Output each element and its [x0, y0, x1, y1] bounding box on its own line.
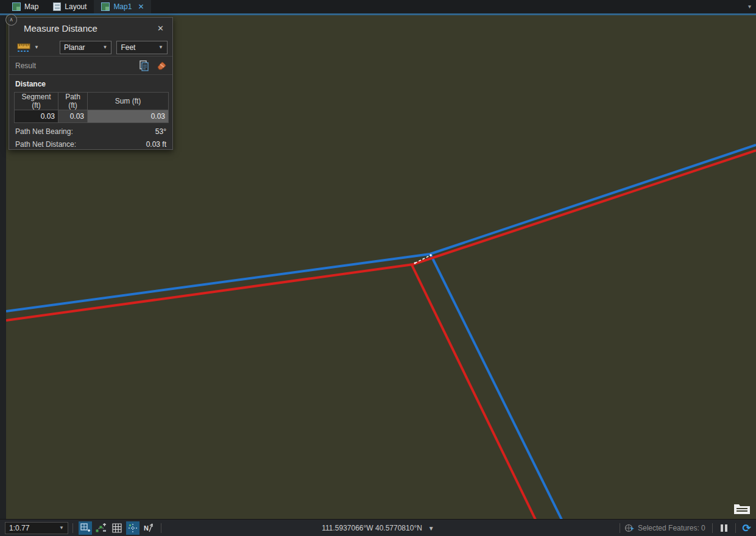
net-distance-value: 0.03 ft	[146, 140, 166, 149]
tab-map1-label: Map1	[113, 2, 132, 11]
chevron-down-icon: ▼	[158, 44, 163, 50]
ruler-icon	[16, 42, 31, 53]
net-distance-label: Path Net Distance:	[15, 140, 146, 149]
clear-results-eraser-icon[interactable]	[154, 61, 166, 71]
result-label: Result	[15, 62, 134, 70]
blue-parcel-line-branch	[431, 255, 562, 519]
measure-type-value: Planar	[64, 43, 99, 52]
pause-icon	[725, 524, 727, 532]
bearing-row: Path Net Bearing: 53°	[9, 123, 172, 136]
pause-drawing-button[interactable]	[721, 524, 727, 532]
measure-type-dropdown[interactable]: Planar ▼	[60, 41, 111, 54]
map-scale-dropdown[interactable]: 1:0.77 ▼	[5, 522, 68, 534]
measure-vertex-marker	[429, 254, 432, 256]
tab-map[interactable]: Map	[5, 0, 46, 13]
net-distance-row: Path Net Distance: 0.03 ft	[9, 136, 172, 149]
pause-icon	[721, 524, 723, 532]
chevron-down-icon: ▼	[59, 525, 64, 531]
window-left-edge	[0, 15, 6, 519]
distance-section-label: Distance	[9, 75, 172, 91]
selected-features-count[interactable]: Selected Features: 0	[638, 524, 705, 532]
coordinate-readout[interactable]: 111.5937066°W 40.5770810°N	[322, 524, 422, 532]
chevron-up-collapse-icon[interactable]: ∧	[5, 14, 17, 26]
tab-close-icon[interactable]: ✕	[138, 2, 144, 11]
measure-tool-button[interactable]: ▼	[14, 41, 41, 54]
blue-parcel-line-main	[6, 145, 756, 311]
segment-value: 0.03	[15, 110, 58, 123]
dialog-titlebar[interactable]: Measure Distance ✕	[9, 18, 172, 38]
map-scale-value: 1:0.77	[9, 524, 59, 532]
chevron-down-icon: ▼	[102, 44, 107, 50]
tab-map-label: Map	[24, 2, 38, 11]
refresh-icon[interactable]: ⟳	[743, 522, 751, 535]
tab-layout[interactable]: Layout	[46, 0, 94, 13]
col-sum: Sum (ft)	[88, 93, 169, 110]
edit-sketch-button[interactable]	[94, 521, 108, 535]
view-tab-bar: Map Layout Map1 ✕ ▾	[0, 0, 756, 13]
tab-layout-label: Layout	[65, 2, 87, 11]
svg-text:N: N	[144, 524, 149, 532]
north-arrow-icon: N	[143, 523, 154, 533]
dialog-title: Measure Distance	[24, 23, 155, 34]
snapping-icon	[80, 523, 90, 533]
divider	[161, 523, 161, 533]
divider	[712, 523, 713, 533]
divider	[72, 523, 73, 533]
distance-table: Segment (ft) Path (ft) Sum (ft) 0.03 0.0…	[14, 92, 169, 123]
col-path: Path (ft)	[58, 93, 88, 110]
coordinate-chevron-icon[interactable]: ▼	[428, 525, 434, 532]
status-bar: 1:0.77 ▼ N	[0, 519, 756, 536]
measure-vertex-marker	[414, 263, 416, 264]
dialog-toolbar: ▼ Planar ▼ Feet ▼	[9, 38, 172, 57]
bearing-label: Path Net Bearing:	[15, 127, 155, 136]
measure-mode-chevron-icon[interactable]: ▼	[34, 44, 39, 50]
tab-overflow-chevron-icon[interactable]: ▾	[748, 3, 751, 10]
layout-tab-icon	[53, 2, 61, 11]
statusbar-right-group: Selected Features: 0 ⟳	[615, 520, 751, 536]
attribute-table-icon[interactable]	[733, 502, 751, 515]
dialog-close-icon[interactable]: ✕	[155, 23, 166, 34]
distance-table-value-row: 0.03 0.03 0.03	[15, 110, 169, 123]
constraints-icon	[128, 523, 138, 533]
map-tab-icon	[12, 2, 21, 11]
grid-icon	[112, 523, 122, 533]
measure-distance-dialog: Measure Distance ✕ ▼ Planar ▼ Feet ▼ Res…	[9, 17, 173, 150]
sketch-vertices-icon	[96, 523, 107, 533]
red-parcel-line-branch	[412, 265, 535, 519]
grid-toggle-button[interactable]	[110, 521, 124, 535]
tab-map1[interactable]: Map1 ✕	[94, 0, 151, 13]
divider	[620, 523, 620, 533]
distance-table-header-row: Segment (ft) Path (ft) Sum (ft)	[15, 93, 169, 110]
divider	[735, 523, 736, 533]
snapping-toggle-button[interactable]	[79, 521, 92, 535]
north-arrow-button[interactable]: N	[142, 521, 155, 535]
result-row: Result	[9, 57, 172, 75]
selection-globe-icon	[624, 523, 635, 533]
sum-value: 0.03	[88, 110, 169, 123]
unit-value: Feet	[121, 43, 155, 52]
path-value: 0.03	[58, 110, 88, 123]
copy-result-icon[interactable]	[139, 60, 149, 71]
map-tab-icon	[101, 2, 110, 11]
bearing-value: 53°	[155, 127, 166, 136]
dynamic-constraints-button[interactable]	[126, 521, 140, 535]
unit-dropdown[interactable]: Feet ▼	[116, 41, 168, 54]
col-segment: Segment (ft)	[15, 93, 58, 110]
